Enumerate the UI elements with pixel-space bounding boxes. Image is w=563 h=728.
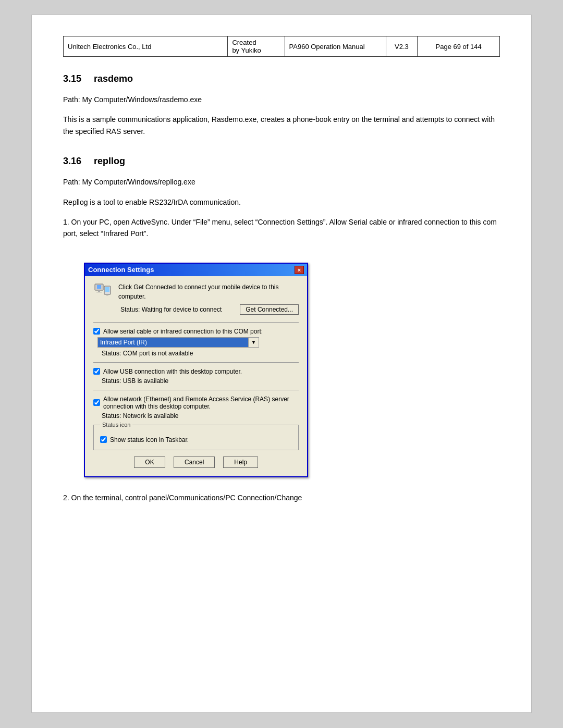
divider2 xyxy=(93,362,299,363)
status-usb-text: Status: USB is available xyxy=(102,377,299,385)
created-cell: Created by Yukiko xyxy=(228,36,285,57)
checkbox2-label: Allow USB connection with this desktop c… xyxy=(103,368,242,375)
checkbox4-row: Show status icon in Taskbar. xyxy=(100,436,292,443)
connect-description: Click Get Connected to connect your mobi… xyxy=(118,282,299,315)
section-316-step2: 2. On the terminal, control panel/Commun… xyxy=(63,492,500,503)
checkbox1-label: Allow serial cable or infrared connectio… xyxy=(103,328,263,335)
dropdown-row: Infrared Port (IR) ▼ xyxy=(97,337,299,348)
page: Unitech Electronics Co., Ltd Created by … xyxy=(31,15,532,713)
status-icon-inner: Show status icon in Taskbar. xyxy=(98,436,294,443)
svg-rect-2 xyxy=(98,290,100,292)
section-316-path: Path: My Computer/Windows/repllog.exe xyxy=(63,176,500,188)
device-svg xyxy=(94,283,113,302)
status-waiting-row: Status: Waiting for device to connect Ge… xyxy=(120,304,299,315)
dialog-screenshot: Connection Settings × xyxy=(84,263,308,477)
manual-cell: PA960 Operation Manual xyxy=(285,36,386,57)
checkbox1-row: Allow serial cable or infrared connectio… xyxy=(93,328,299,335)
section-315-description: This is a sample communications applicat… xyxy=(63,114,500,137)
divider1 xyxy=(93,322,299,323)
checkbox1-input[interactable] xyxy=(93,328,100,335)
section-316-step1: 1. On your PC, open ActiveSync. Under “F… xyxy=(63,216,500,240)
section-316-title: 3.16repllog xyxy=(63,156,500,167)
dropdown-arrow-icon: ▼ xyxy=(249,337,259,348)
svg-rect-6 xyxy=(106,294,108,295)
divider3 xyxy=(93,390,299,390)
section-316-description: Repllog is a tool to enable RS232/IrDA c… xyxy=(63,196,500,208)
status-network-text: Status: Network is available xyxy=(102,412,299,419)
svg-rect-3 xyxy=(96,292,102,292)
ok-button[interactable]: OK xyxy=(134,456,165,468)
status-com-text: Status: COM port is not available xyxy=(102,350,299,357)
checkbox4-label: Show status icon in Taskbar. xyxy=(110,436,189,443)
status-icon-box: Status icon Show status icon in Taskbar. xyxy=(93,425,299,450)
device-icon xyxy=(93,282,113,302)
dialog-close-button[interactable]: × xyxy=(295,266,304,274)
dialog-buttons-row: OK Cancel Help xyxy=(93,456,299,470)
dialog-titlebar: Connection Settings × xyxy=(85,264,307,276)
section-315-path: Path: My Computer/Windows/rasdemo.exe xyxy=(63,94,500,105)
checkbox3-row: Allow network (Ethernet) and Remote Acce… xyxy=(93,396,299,410)
cancel-button[interactable]: Cancel xyxy=(174,456,215,468)
checkbox2-input[interactable] xyxy=(93,368,100,375)
section-315-title: 3.15rasdemo xyxy=(63,73,500,84)
company-cell: Unitech Electronics Co., Ltd xyxy=(64,36,228,57)
status-waiting-text: Status: Waiting for device to connect xyxy=(120,305,240,314)
status-icon-legend: Status icon xyxy=(100,422,132,428)
page-cell: Page 69 of 144 xyxy=(418,36,500,57)
checkbox4-input[interactable] xyxy=(100,436,107,443)
checkbox3-label: Allow network (Ethernet) and Remote Acce… xyxy=(103,396,299,410)
checkbox2-row: Allow USB connection with this desktop c… xyxy=(93,368,299,375)
connection-settings-dialog: Connection Settings × xyxy=(84,263,308,477)
version-cell: V2.3 xyxy=(386,36,418,57)
connect-row: Click Get Connected to connect your mobi… xyxy=(93,282,299,315)
com-port-dropdown[interactable]: Infrared Port (IR) xyxy=(97,337,249,348)
dialog-body: Click Get Connected to connect your mobi… xyxy=(85,276,307,476)
svg-rect-1 xyxy=(97,285,101,289)
help-button[interactable]: Help xyxy=(223,456,258,468)
get-connected-button[interactable]: Get Connected... xyxy=(240,304,299,315)
svg-rect-5 xyxy=(105,287,109,292)
checkbox3-input[interactable] xyxy=(93,399,100,406)
dialog-title: Connection Settings xyxy=(88,266,154,274)
header-table: Unitech Electronics Co., Ltd Created by … xyxy=(63,36,500,57)
status-icon-section: Status icon Show status icon in Taskbar. xyxy=(93,425,299,450)
